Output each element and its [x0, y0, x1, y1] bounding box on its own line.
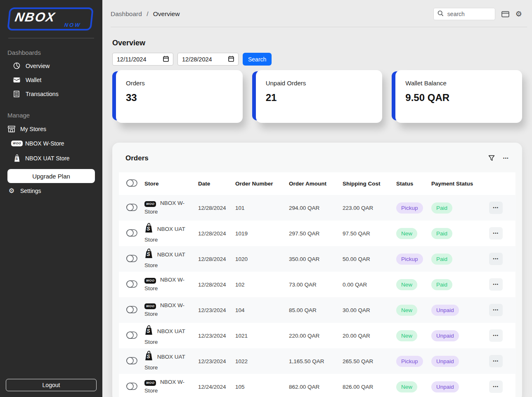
status-badge: Pickup: [396, 202, 423, 214]
row-toggle[interactable]: [126, 204, 137, 212]
shipping-cost: 0.00 QAR: [343, 272, 396, 297]
stat-card-orders: Orders 33: [112, 70, 243, 123]
more-options-icon[interactable]: •••: [503, 157, 509, 160]
date-from-input[interactable]: 12/11/2024: [112, 53, 173, 66]
order-amount: 862.00 QAR: [289, 374, 343, 397]
sidebar-item-label: Overview: [26, 63, 50, 69]
svg-text:S: S: [147, 328, 150, 334]
order-date: 12/23/2024: [198, 323, 235, 348]
sidebar-item-my-stores[interactable]: My Stores: [0, 121, 102, 136]
orders-table-body: WOO S NBOX W-Store 12/28/2024 101 294.00…: [119, 195, 516, 397]
row-actions-button[interactable]: •••: [489, 278, 503, 291]
row-actions-button[interactable]: •••: [489, 304, 503, 316]
sidebar-item-label: Wallet: [26, 77, 41, 83]
order-number: 102: [235, 272, 289, 297]
logout-button[interactable]: Logout: [6, 379, 97, 391]
filter-icon[interactable]: [488, 155, 495, 162]
row-toggle[interactable]: [126, 280, 137, 289]
date-to-value: 12/28/2024: [182, 56, 212, 63]
nbox-logo: NBOX NOW: [8, 7, 94, 31]
sidebar-item-transactions[interactable]: Transactions: [0, 87, 102, 101]
storefront-icon: [7, 125, 16, 133]
breadcrumb-dashboard[interactable]: Dashboard: [111, 10, 142, 17]
row-actions-button[interactable]: •••: [489, 253, 503, 265]
order-date: 12/24/2024: [198, 374, 235, 397]
logo-title: NBOX: [14, 11, 87, 23]
status-badge: New: [396, 228, 417, 239]
upgrade-plan-button[interactable]: Upgrade Plan: [7, 169, 95, 183]
order-number: 1021: [235, 323, 289, 348]
stat-value: 9.50 QAR: [405, 92, 512, 103]
sidebar-item-label: My Stores: [20, 126, 46, 132]
stat-cards: Orders 33 Unpaid Orders 21 Wallet Balanc…: [112, 70, 522, 123]
row-toggle[interactable]: [126, 306, 137, 315]
shipping-cost: 223.00 QAR: [343, 195, 396, 221]
table-header-row: Store Date Order Number Order Amount Shi…: [119, 172, 516, 195]
payment-status-badge: Unpaid: [431, 330, 459, 341]
order-date: 12/28/2024: [198, 272, 235, 297]
search-button[interactable]: Search: [243, 53, 272, 66]
table-row: WOO S NBOX W-Store 12/28/2024 101 294.00…: [119, 195, 516, 221]
row-toggle[interactable]: [126, 357, 137, 366]
sidebar-item-nbox-w-store[interactable]: WOO NBOX W-Store: [0, 136, 102, 150]
search-input[interactable]: [447, 10, 491, 18]
row-toggle[interactable]: [126, 383, 137, 391]
date-to-input[interactable]: 12/28/2024: [177, 53, 239, 66]
topbar-search[interactable]: [433, 8, 495, 20]
order-amount: 294.00 QAR: [289, 195, 343, 221]
orders-panel-title: Orders: [125, 154, 149, 162]
row-actions-button[interactable]: •••: [489, 355, 503, 367]
order-number: 101: [235, 195, 289, 221]
sidebar-item-label: Transactions: [26, 91, 59, 97]
column-shipping-cost: Shipping Cost: [343, 172, 396, 195]
sidebar-item-wallet[interactable]: Wallet: [0, 73, 102, 87]
stat-value: 21: [266, 92, 373, 103]
svg-text:S: S: [147, 226, 150, 232]
stat-label: Orders: [126, 80, 233, 87]
order-date: 12/28/2024: [198, 246, 235, 272]
order-amount: 85.00 QAR: [289, 297, 343, 323]
row-toggle[interactable]: [126, 229, 137, 238]
column-order-amount: Order Amount: [289, 172, 343, 195]
sidebar-item-nbox-uat-store[interactable]: S NBOX UAT Store: [0, 150, 102, 166]
list-icon: [12, 91, 21, 97]
row-actions-button[interactable]: •••: [489, 202, 503, 214]
woocommerce-icon: WOO: [144, 378, 156, 387]
sidebar-item-overview[interactable]: Overview: [0, 59, 102, 73]
shopify-icon: S: [144, 223, 153, 236]
sidebar-item-settings[interactable]: ⚙ Settings: [0, 184, 102, 198]
row-toggle[interactable]: [126, 255, 137, 263]
order-amount: 350.00 QAR: [289, 246, 343, 272]
status-badge: New: [396, 279, 417, 290]
row-actions-button[interactable]: •••: [489, 329, 503, 342]
stat-card-wallet-balance: Wallet Balance 9.50 QAR: [392, 70, 522, 123]
breadcrumb: Dashboard / Overview: [111, 10, 180, 18]
main-content: Dashboard / Overview ⚙ Overview 12/11/20…: [102, 0, 532, 397]
stat-label: Unpaid Orders: [266, 80, 373, 87]
payment-status-badge: Paid: [431, 279, 452, 290]
row-actions-button[interactable]: •••: [489, 227, 503, 240]
header-toggle-icon[interactable]: [126, 179, 137, 188]
topbar: Dashboard / Overview ⚙: [102, 0, 532, 27]
status-badge: New: [396, 381, 417, 392]
sidebar-item-label: NBOX W-Store: [25, 140, 64, 147]
shopify-icon: S: [13, 154, 21, 162]
svg-text:S: S: [15, 157, 18, 161]
section-manage: Manage: [0, 112, 102, 119]
search-icon: [437, 10, 444, 18]
row-toggle[interactable]: [126, 331, 137, 340]
payment-status-badge: Paid: [431, 228, 452, 239]
settings-gear-button[interactable]: ⚙: [515, 10, 522, 18]
orders-table: Store Date Order Number Order Amount Shi…: [119, 172, 515, 397]
order-date: 12/23/2024: [198, 297, 235, 323]
table-row: WOO S NBOX W-Store 12/28/2024 102 73.00 …: [119, 272, 516, 297]
payment-status-badge: Paid: [431, 202, 452, 214]
window-button[interactable]: [501, 11, 509, 17]
table-row: WOO S NBOX UAT Store 12/28/2024 1020 350…: [119, 246, 516, 272]
sidebar-item-label: NBOX UAT Store: [25, 155, 70, 162]
payment-status-badge: Unpaid: [431, 356, 459, 367]
orders-panel: Orders •••: [112, 143, 522, 397]
section-dashboards: Dashboards: [0, 49, 102, 56]
date-filters: 12/11/2024 12/28/2024 Search: [112, 53, 522, 66]
row-actions-button[interactable]: •••: [489, 381, 503, 393]
